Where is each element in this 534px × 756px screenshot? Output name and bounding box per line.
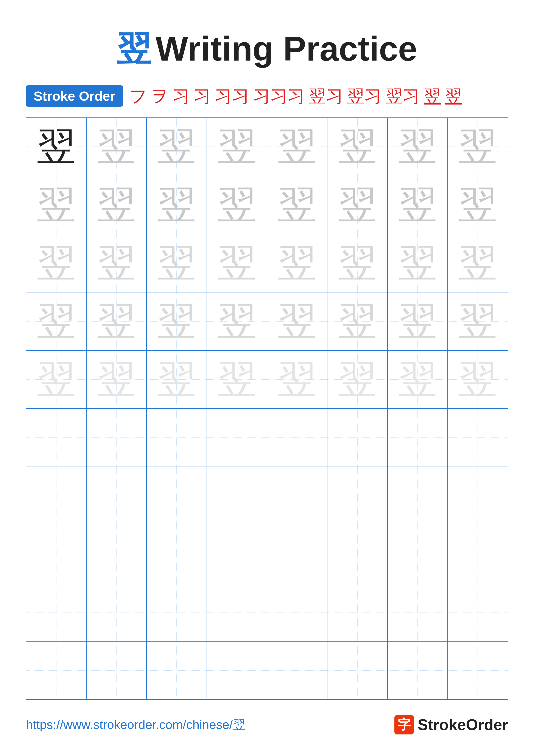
grid-cell[interactable] bbox=[146, 583, 207, 641]
grid-cell[interactable] bbox=[87, 525, 147, 583]
stroke-char-11: 翌 bbox=[445, 88, 462, 105]
grid-cell[interactable] bbox=[327, 641, 388, 700]
grid-cell[interactable]: 翌 bbox=[87, 118, 147, 176]
stroke-order-badge: Stroke Order bbox=[26, 85, 123, 107]
grid-cell[interactable]: 翌 bbox=[26, 234, 87, 292]
grid-cell[interactable]: 翌 bbox=[207, 292, 267, 350]
grid-cell[interactable]: 翌 bbox=[327, 234, 388, 292]
stroke-order-chars: フ ヲ 习 习 习习 习习习 翌习 翌习 翌习 翌 翌 bbox=[129, 88, 462, 105]
grid-cell[interactable] bbox=[388, 641, 448, 700]
stroke-char-4: 习 bbox=[194, 88, 211, 105]
grid-cell[interactable] bbox=[207, 409, 267, 467]
grid-cell[interactable]: 翌 bbox=[447, 350, 508, 409]
grid-cell[interactable]: 翌 bbox=[267, 350, 327, 409]
grid-cell[interactable] bbox=[447, 525, 508, 583]
grid-cell[interactable]: 翌 bbox=[146, 118, 207, 176]
table-row: 翌 翌 翌 翌 翌 翌 翌 翌 bbox=[26, 234, 508, 292]
grid-cell[interactable]: 翌 bbox=[267, 234, 327, 292]
grid-cell[interactable]: 翌 bbox=[327, 292, 388, 350]
grid-cell[interactable] bbox=[146, 467, 207, 525]
grid-cell[interactable] bbox=[388, 525, 448, 583]
grid-cell[interactable] bbox=[146, 525, 207, 583]
grid-cell[interactable]: 翌 bbox=[327, 176, 388, 234]
grid-cell[interactable] bbox=[267, 525, 327, 583]
grid-cell[interactable] bbox=[327, 409, 388, 467]
grid-cell[interactable] bbox=[447, 583, 508, 641]
grid-cell[interactable]: 翌 bbox=[26, 292, 87, 350]
grid-cell[interactable] bbox=[327, 525, 388, 583]
grid-cell[interactable]: 翌 bbox=[207, 176, 267, 234]
grid-cell[interactable]: 翌 bbox=[26, 176, 87, 234]
grid-cell[interactable]: 翌 bbox=[447, 118, 508, 176]
grid-cell[interactable] bbox=[26, 409, 87, 467]
grid-cell[interactable] bbox=[87, 641, 147, 700]
grid-cell[interactable] bbox=[267, 409, 327, 467]
grid-cell[interactable]: 翌 bbox=[447, 292, 508, 350]
grid-cell[interactable]: 翌 bbox=[207, 234, 267, 292]
grid-cell[interactable]: 翌 bbox=[87, 234, 147, 292]
table-row: 翌 翌 翌 翌 翌 翌 翌 翌 bbox=[26, 176, 508, 234]
grid-cell[interactable] bbox=[87, 467, 147, 525]
grid-cell[interactable]: 翌 bbox=[447, 234, 508, 292]
grid-cell[interactable]: 翌 bbox=[146, 292, 207, 350]
grid-cell[interactable]: 翌 bbox=[87, 350, 147, 409]
grid-cell[interactable] bbox=[327, 583, 388, 641]
grid-cell[interactable] bbox=[267, 467, 327, 525]
stroke-char-5: 习习 bbox=[215, 88, 249, 105]
grid-cell[interactable] bbox=[87, 583, 147, 641]
grid-cell[interactable] bbox=[207, 583, 267, 641]
grid-cell[interactable] bbox=[26, 583, 87, 641]
grid-cell[interactable]: 翌 bbox=[388, 292, 448, 350]
grid-cell[interactable]: 翌 bbox=[267, 292, 327, 350]
grid-cell[interactable] bbox=[447, 467, 508, 525]
grid-cell[interactable] bbox=[267, 641, 327, 700]
grid-cell[interactable]: 翌 bbox=[26, 350, 87, 409]
grid-cell[interactable]: 翌 bbox=[146, 234, 207, 292]
grid-cell[interactable]: 翌 bbox=[207, 118, 267, 176]
table-row bbox=[26, 525, 508, 583]
practice-grid: 翌 翌 翌 翌 翌 翌 翌 翌 翌 翌 翌 翌 翌 翌 翌 翌 翌 翌 翌 翌 … bbox=[26, 118, 508, 700]
grid-cell[interactable]: 翌 bbox=[87, 292, 147, 350]
grid-cell[interactable] bbox=[447, 409, 508, 467]
stroke-char-10: 翌 bbox=[424, 88, 441, 105]
grid-cell[interactable]: 翌 bbox=[327, 350, 388, 409]
stroke-order-row: Stroke Order フ ヲ 习 习 习习 习习习 翌习 翌习 翌习 翌 翌 bbox=[0, 85, 534, 107]
grid-cell[interactable] bbox=[327, 467, 388, 525]
grid-cell[interactable] bbox=[388, 409, 448, 467]
grid-cell[interactable]: 翌 bbox=[267, 176, 327, 234]
grid-cell[interactable]: 翌 bbox=[26, 118, 87, 176]
grid-cell[interactable]: 翌 bbox=[388, 350, 448, 409]
grid-cell[interactable]: 翌 bbox=[388, 118, 448, 176]
grid-cell[interactable]: 翌 bbox=[267, 118, 327, 176]
grid-cell[interactable] bbox=[388, 583, 448, 641]
grid-cell[interactable]: 翌 bbox=[146, 176, 207, 234]
stroke-char-9: 翌习 bbox=[385, 88, 420, 105]
stroke-char-8: 翌习 bbox=[347, 88, 381, 105]
grid-cell[interactable]: 翌 bbox=[327, 118, 388, 176]
page-title: 翌Writing Practice bbox=[0, 0, 534, 72]
grid-cell[interactable] bbox=[207, 641, 267, 700]
grid-cell[interactable]: 翌 bbox=[447, 176, 508, 234]
grid-cell[interactable] bbox=[146, 641, 207, 700]
grid-cell[interactable]: 翌 bbox=[388, 234, 448, 292]
grid-cell[interactable] bbox=[447, 641, 508, 700]
grid-cell[interactable]: 翌 bbox=[388, 176, 448, 234]
grid-cell[interactable] bbox=[87, 409, 147, 467]
grid-cell[interactable]: 翌 bbox=[146, 350, 207, 409]
grid-cell[interactable] bbox=[207, 467, 267, 525]
table-row bbox=[26, 467, 508, 525]
grid-cell[interactable] bbox=[267, 583, 327, 641]
grid-cell[interactable]: 翌 bbox=[87, 176, 147, 234]
grid-cell[interactable] bbox=[146, 409, 207, 467]
grid-cell[interactable] bbox=[207, 525, 267, 583]
stroke-char-7: 翌习 bbox=[309, 88, 343, 105]
grid-cell[interactable]: 翌 bbox=[207, 350, 267, 409]
grid-cell[interactable] bbox=[388, 467, 448, 525]
brand-icon: 字 bbox=[394, 715, 414, 735]
grid-cell[interactable] bbox=[26, 641, 87, 700]
grid-cell[interactable] bbox=[26, 525, 87, 583]
stroke-char-1: フ bbox=[129, 88, 147, 105]
footer-url[interactable]: https://www.strokeorder.com/chinese/翌 bbox=[26, 716, 245, 733]
table-row: 翌 翌 翌 翌 翌 翌 翌 翌 bbox=[26, 292, 508, 350]
grid-cell[interactable] bbox=[26, 467, 87, 525]
